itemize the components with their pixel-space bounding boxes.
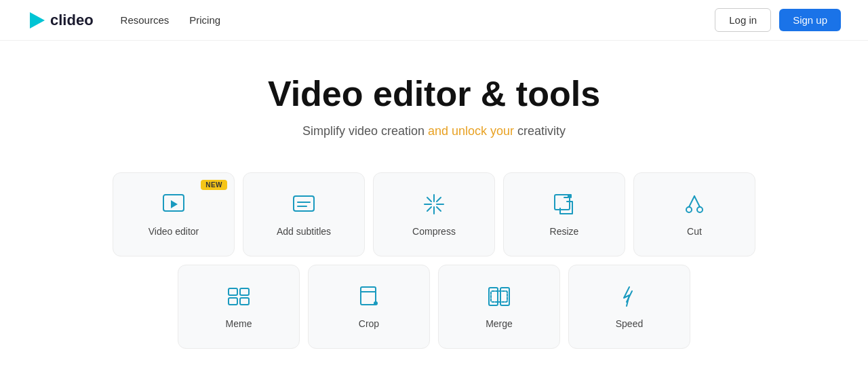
svg-marker-0 [30, 12, 45, 28]
svg-rect-28 [491, 291, 507, 302]
svg-rect-21 [229, 298, 237, 305]
svg-line-17 [689, 196, 694, 207]
tool-card-meme[interactable]: Meme [178, 265, 300, 349]
cut-icon [682, 192, 707, 219]
svg-line-13 [427, 207, 431, 211]
hero-subtitle: Simplify video creation and unlock your … [14, 124, 854, 138]
tools-row-1: NEW Video editor Add subtitles [88, 172, 780, 256]
svg-rect-27 [500, 288, 509, 305]
new-badge: NEW [201, 180, 227, 190]
tool-card-merge[interactable]: Merge [438, 265, 560, 349]
svg-line-11 [437, 207, 441, 211]
tools-section: NEW Video editor Add subtitles [61, 159, 807, 377]
logo[interactable]: clideo [27, 11, 94, 30]
tool-card-add-subtitles[interactable]: Add subtitles [243, 172, 365, 256]
svg-point-16 [697, 207, 703, 212]
resize-icon [552, 192, 576, 219]
svg-rect-20 [240, 288, 249, 295]
tool-card-compress[interactable]: Compress [373, 172, 495, 256]
nav-resources[interactable]: Resources [121, 14, 170, 26]
svg-point-25 [374, 301, 378, 305]
subtitles-icon [292, 192, 316, 219]
nav-links: Resources Pricing [121, 14, 715, 26]
hero-title: Video editor & tools [14, 75, 854, 113]
tools-row-2: Meme Crop Merge [88, 265, 780, 349]
login-button[interactable]: Log in [715, 8, 771, 32]
svg-rect-26 [489, 288, 498, 305]
compress-icon [422, 192, 446, 219]
svg-line-12 [437, 197, 441, 202]
svg-rect-19 [229, 288, 237, 295]
svg-line-18 [694, 196, 700, 207]
svg-rect-23 [361, 287, 376, 305]
tool-label-compress: Compress [412, 226, 456, 237]
tool-card-crop[interactable]: Crop [308, 265, 430, 349]
tool-card-speed[interactable]: Speed [568, 265, 690, 349]
crop-icon [357, 284, 381, 311]
navbar: clideo Resources Pricing Log in Sign up [0, 0, 868, 41]
tool-card-resize[interactable]: Resize [503, 172, 625, 256]
logo-text: clideo [50, 12, 94, 29]
tool-label-meme: Meme [226, 318, 252, 329]
tool-card-cut[interactable]: Cut [633, 172, 755, 256]
signup-button[interactable]: Sign up [779, 9, 841, 31]
merge-icon [487, 284, 511, 311]
tool-label-resize: Resize [550, 226, 579, 237]
tool-label-video-editor: Video editor [149, 226, 199, 237]
svg-rect-3 [294, 196, 314, 211]
tool-label-add-subtitles: Add subtitles [277, 226, 331, 237]
nav-actions: Log in Sign up [715, 8, 841, 32]
tool-card-video-editor[interactable]: NEW Video editor [113, 172, 235, 256]
tool-label-cut: Cut [687, 226, 702, 237]
meme-icon [226, 284, 251, 311]
svg-line-10 [427, 197, 431, 202]
tool-label-speed: Speed [616, 318, 643, 329]
svg-point-15 [686, 207, 692, 212]
nav-pricing[interactable]: Pricing [189, 14, 220, 26]
play-icon [161, 192, 186, 219]
tool-label-crop: Crop [359, 318, 379, 329]
svg-rect-22 [240, 298, 249, 305]
speed-icon [617, 284, 642, 311]
tool-label-merge: Merge [486, 318, 513, 329]
hero-section: Video editor & tools Simplify video crea… [0, 41, 868, 159]
svg-marker-2 [171, 200, 178, 208]
